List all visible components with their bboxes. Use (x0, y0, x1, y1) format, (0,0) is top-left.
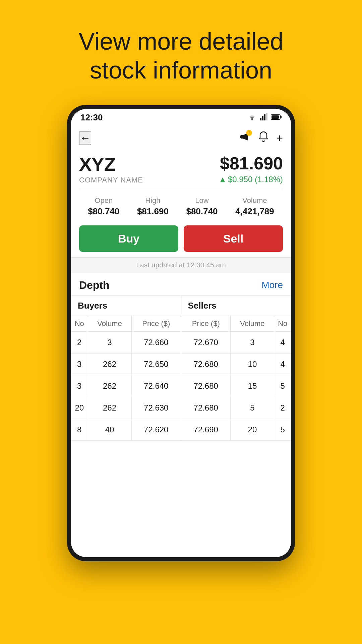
cell-b-price: 72.630 (131, 397, 181, 419)
cell-s-vol: 20 (231, 419, 274, 440)
top-actions: ! + (239, 131, 283, 145)
svg-rect-4 (266, 113, 267, 120)
add-button[interactable]: + (276, 131, 283, 145)
status-bar: 12:30 (71, 109, 291, 126)
table-row: 3 262 72.650 72.680 10 4 (71, 353, 291, 375)
stock-company: COMPANY NAME (79, 176, 143, 184)
svg-rect-7 (272, 115, 279, 119)
headline-line2: stock information (90, 57, 272, 84)
cell-b-vol: 262 (88, 375, 131, 397)
stock-price: $81.690 (219, 153, 283, 173)
cell-s-price: 72.670 (181, 331, 231, 353)
col-header-row: No Volume Price ($) Price ($) Volume No (71, 316, 291, 331)
cell-b-no: 8 (71, 419, 88, 440)
svg-point-0 (251, 119, 253, 120)
svg-rect-1 (260, 118, 261, 120)
cell-b-vol: 3 (88, 331, 131, 353)
cell-s-vol: 3 (231, 331, 274, 353)
stats-row: Open $80.740 High $81.690 Low $80.740 Vo… (71, 190, 291, 223)
alert-icon-wrap[interactable]: ! (239, 131, 251, 145)
stat-high: High $81.690 (137, 196, 169, 217)
battery-icon (271, 113, 282, 122)
cell-s-no: 5 (274, 375, 291, 397)
cell-s-no: 5 (274, 419, 291, 440)
open-label: Open (88, 196, 119, 205)
low-label: Low (186, 196, 218, 205)
cell-s-vol: 10 (231, 353, 274, 375)
cell-b-no: 2 (71, 331, 88, 353)
svg-rect-2 (262, 116, 263, 120)
cell-s-no: 4 (274, 331, 291, 353)
top-bar: ← ! + (71, 126, 291, 150)
last-updated: Last updated at 12:30:45 am (71, 257, 291, 273)
change-arrow: ▲ (219, 175, 227, 184)
cell-b-no: 3 (71, 375, 88, 397)
status-icons (247, 113, 282, 122)
buyers-header: Buyers (71, 296, 181, 316)
col-sellers-price: Price ($) (181, 316, 231, 331)
cell-s-price: 72.690 (181, 419, 231, 440)
wifi-icon (247, 113, 257, 122)
cell-s-vol: 15 (231, 375, 274, 397)
stock-change: ▲ $0.950 (1.18%) (219, 175, 283, 184)
depth-data-table: Buyers Sellers No Volume Price ($) Price… (71, 296, 291, 441)
sellers-header: Sellers (181, 296, 291, 316)
stat-low: Low $80.740 (186, 196, 218, 217)
table-row: 20 262 72.630 72.680 5 2 (71, 397, 291, 419)
alert-badge: ! (246, 130, 252, 136)
col-sellers-volume: Volume (231, 316, 274, 331)
sell-button[interactable]: Sell (184, 225, 283, 252)
buy-button[interactable]: Buy (79, 225, 178, 252)
change-value: $0.950 (1.18%) (228, 175, 283, 184)
stock-ticker: XYZ (79, 153, 143, 175)
volume-value: 4,421,789 (235, 206, 274, 217)
back-button[interactable]: ← (79, 131, 91, 145)
high-label: High (137, 196, 169, 205)
phone-mockup: 12:30 ← ! (67, 105, 295, 561)
cell-s-price: 72.680 (181, 353, 231, 375)
cell-s-vol: 5 (231, 397, 274, 419)
stat-volume: Volume 4,421,789 (235, 196, 274, 217)
cell-b-price: 72.620 (131, 419, 181, 440)
section-header-row: Buyers Sellers (71, 296, 291, 316)
status-time: 12:30 (80, 112, 103, 123)
bell-icon-wrap[interactable] (258, 131, 269, 145)
cell-b-price: 72.640 (131, 375, 181, 397)
stock-header: XYZ COMPANY NAME $81.690 ▲ $0.950 (1.18%… (71, 150, 291, 190)
depth-title: Depth (79, 279, 110, 291)
low-value: $80.740 (186, 206, 218, 217)
cell-b-price: 72.660 (131, 331, 181, 353)
cell-b-vol: 262 (88, 397, 131, 419)
high-value: $81.690 (137, 206, 169, 217)
promo-headline: View more detailed stock information (52, 27, 310, 85)
cell-b-no: 20 (71, 397, 88, 419)
headline-line1: View more detailed (78, 28, 283, 55)
open-value: $80.740 (88, 206, 119, 217)
cell-b-vol: 262 (88, 353, 131, 375)
col-sellers-no: No (274, 316, 291, 331)
cell-b-vol: 40 (88, 419, 131, 440)
cell-s-no: 4 (274, 353, 291, 375)
volume-label: Volume (235, 196, 274, 205)
bell-icon (258, 133, 269, 145)
cell-b-price: 72.650 (131, 353, 181, 375)
cell-s-price: 72.680 (181, 375, 231, 397)
signal-icon (260, 113, 267, 122)
depth-section: Depth More Buyers Sellers No Volume (71, 273, 291, 557)
action-buttons: Buy Sell (71, 223, 291, 257)
depth-header: Depth More (71, 273, 291, 296)
phone-screen: 12:30 ← ! (71, 109, 291, 557)
depth-more-button[interactable]: More (261, 280, 283, 290)
depth-table: Buyers Sellers No Volume Price ($) Price… (71, 296, 291, 557)
svg-rect-6 (280, 116, 282, 118)
cell-b-no: 3 (71, 353, 88, 375)
cell-s-price: 72.680 (181, 397, 231, 419)
col-buyers-no: No (71, 316, 88, 331)
table-row: 3 262 72.640 72.680 15 5 (71, 375, 291, 397)
table-row: 8 40 72.620 72.690 20 5 (71, 419, 291, 440)
col-buyers-volume: Volume (88, 316, 131, 331)
col-buyers-price: Price ($) (131, 316, 181, 331)
cell-s-no: 2 (274, 397, 291, 419)
stat-open: Open $80.740 (88, 196, 119, 217)
table-row: 2 3 72.660 72.670 3 4 (71, 331, 291, 353)
